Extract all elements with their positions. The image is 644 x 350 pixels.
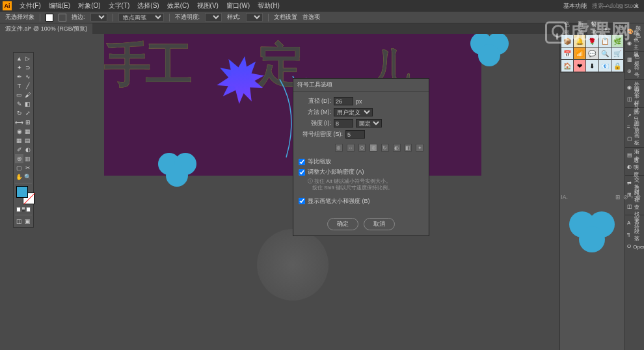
direct-selection-tool[interactable]: ▷ xyxy=(23,54,32,63)
stainer-icon[interactable]: ◐ xyxy=(393,144,401,152)
close-button[interactable]: ✕ xyxy=(628,0,644,12)
intensity-mode[interactable]: 固定 xyxy=(356,119,382,128)
symbol-item[interactable]: 🔍 xyxy=(599,47,611,59)
strip-paragraph[interactable]: ¶段落 xyxy=(625,229,644,241)
shape-builder-tool[interactable]: ◉ xyxy=(15,127,23,136)
menu-effect[interactable]: 效果(C) xyxy=(163,1,193,10)
opacity-select[interactable] xyxy=(205,13,222,21)
color-mode-solid[interactable] xyxy=(16,207,21,212)
screen-mode[interactable]: ▣ xyxy=(23,217,32,226)
strip-color-themes[interactable]: ◉颜色主题 xyxy=(625,38,644,49)
screener-icon[interactable]: ◧ xyxy=(405,144,412,152)
menu-object[interactable]: 对象(O) xyxy=(74,1,104,10)
menu-help[interactable]: 帮助(H) xyxy=(254,1,284,10)
fill-swatch[interactable] xyxy=(46,14,53,21)
eraser-tool[interactable]: ◧ xyxy=(23,100,32,109)
mesh-tool[interactable]: ▦ xyxy=(15,136,23,145)
shaper-tool[interactable]: ✎ xyxy=(15,100,23,109)
style-select[interactable] xyxy=(246,13,263,21)
symbol-item[interactable]: ❤ xyxy=(574,60,585,72)
slice-tool[interactable]: ✂ xyxy=(23,163,32,172)
blend-tool[interactable]: ◐ xyxy=(23,145,32,154)
free-transform-tool[interactable]: ⊞ xyxy=(23,118,32,127)
menu-window[interactable]: 窗口(W) xyxy=(222,1,254,10)
symbol-libraries-icon[interactable]: ⊞ xyxy=(615,194,621,200)
symbol-item[interactable]: 🏠 xyxy=(561,60,573,72)
stroke-swatch[interactable] xyxy=(59,14,66,21)
fill-color[interactable] xyxy=(16,186,28,198)
symbol-item[interactable]: 📦 xyxy=(561,35,573,47)
shifter-icon[interactable]: ↔ xyxy=(347,144,355,152)
eyedropper-tool[interactable]: ✐ xyxy=(15,145,23,154)
diameter-input[interactable] xyxy=(334,97,353,105)
resize-density-check[interactable] xyxy=(299,169,305,176)
color-mode-gradient[interactable] xyxy=(21,207,26,212)
menu-select[interactable]: 选择(S) xyxy=(133,1,163,10)
ok-button[interactable]: 确定 xyxy=(327,218,358,230)
strip-opentype[interactable]: OOpenType xyxy=(625,241,644,252)
delete-symbol-icon[interactable]: 🗑 xyxy=(636,194,641,200)
width-tool[interactable]: ⟷ xyxy=(15,118,23,127)
stroke-weight[interactable] xyxy=(90,13,107,21)
minimize-button[interactable]: ─ xyxy=(597,0,613,12)
docsetup-button[interactable]: 文档设置 xyxy=(274,13,297,21)
symbol-item[interactable]: 💬 xyxy=(586,47,598,59)
curvature-tool[interactable]: ∿ xyxy=(23,72,32,81)
symbol-item[interactable]: 📧 xyxy=(599,60,611,72)
brush-definition[interactable]: 散点画笔 xyxy=(118,13,164,21)
maximize-button[interactable]: □ xyxy=(613,0,628,12)
styler-icon[interactable]: ✦ xyxy=(416,144,423,152)
new-symbol-icon[interactable]: ▫ xyxy=(631,194,633,200)
perspective-tool[interactable]: ▦ xyxy=(23,127,32,136)
menu-type[interactable]: 文字(T) xyxy=(105,1,134,10)
symbol-item[interactable]: ⬇ xyxy=(586,60,598,72)
pen-tool[interactable]: ✒ xyxy=(15,72,23,81)
column-graph-tool[interactable]: ▥ xyxy=(23,154,32,163)
symbol-item[interactable]: 🔒 xyxy=(611,60,623,72)
line-tool[interactable]: ╱ xyxy=(23,81,32,90)
hand-tool[interactable]: ✋ xyxy=(15,172,23,182)
panel-collapse[interactable]: ▸▸ xyxy=(601,25,615,32)
density-input[interactable] xyxy=(345,130,365,139)
gradient-tool[interactable]: ▤ xyxy=(23,136,32,145)
symbol-item[interactable]: 🌹 xyxy=(586,35,598,47)
selection-tool[interactable]: ▲ xyxy=(15,54,23,63)
symbol-item[interactable]: 🛒 xyxy=(611,47,623,59)
paintbrush-tool[interactable]: 🖌 xyxy=(23,90,32,100)
symbol-item[interactable]: 🔔 xyxy=(574,35,585,47)
color-mode-none[interactable] xyxy=(26,207,31,212)
zoom-tool[interactable]: 🔍 xyxy=(23,172,32,182)
strip-pathfinder[interactable]: ◫路径查找器 xyxy=(625,201,644,213)
intensity-input[interactable] xyxy=(334,119,353,128)
menu-edit[interactable]: 编辑(E) xyxy=(45,1,74,10)
rotate-tool[interactable]: ↻ xyxy=(15,109,23,118)
document-tab[interactable]: 源文件.ai* @ 100% (RGB/预览) xyxy=(0,23,92,34)
type-tool[interactable]: T xyxy=(15,81,23,90)
symbol-sprayer-tool[interactable]: ⊛ xyxy=(15,154,23,163)
draw-mode[interactable]: ◫ xyxy=(15,217,23,226)
spinner-icon[interactable]: ↻ xyxy=(381,144,389,152)
prefs-button[interactable]: 首选项 xyxy=(302,13,320,21)
symbol-item[interactable]: 📋 xyxy=(599,35,611,47)
sizer-icon[interactable]: ⊕ xyxy=(369,144,377,152)
rectangle-tool[interactable]: ▭ xyxy=(15,90,23,100)
strip-transparency[interactable]: ◐透明度 xyxy=(625,161,644,173)
menu-view[interactable]: 视图(V) xyxy=(193,1,222,10)
cancel-button[interactable]: 取消 xyxy=(364,218,395,230)
strip-artboards[interactable]: ▢画板 xyxy=(625,133,644,145)
workspace-switcher[interactable]: 基本功能 xyxy=(561,2,589,10)
artboard-tool[interactable]: ▢ xyxy=(15,163,23,172)
menu-file[interactable]: 文件(F) xyxy=(16,1,45,10)
strip-symbols[interactable]: ⊛符号 xyxy=(625,66,644,77)
break-link-icon[interactable]: ⊘ xyxy=(623,194,628,200)
scruncher-icon[interactable]: ⊙ xyxy=(358,144,366,152)
lasso-tool[interactable]: ⊃ xyxy=(23,63,32,72)
show-brush-check[interactable] xyxy=(299,198,305,204)
method-select[interactable]: 用户定义 xyxy=(334,108,373,116)
sprayer-icon[interactable]: ⊛ xyxy=(335,144,343,152)
symbol-item[interactable]: 📶 xyxy=(574,47,585,59)
proportional-check[interactable] xyxy=(299,159,305,165)
symbol-item[interactable]: 🌿 xyxy=(611,35,623,47)
symbol-item[interactable]: 📅 xyxy=(561,47,573,59)
magic-wand-tool[interactable]: ✦ xyxy=(15,63,23,72)
